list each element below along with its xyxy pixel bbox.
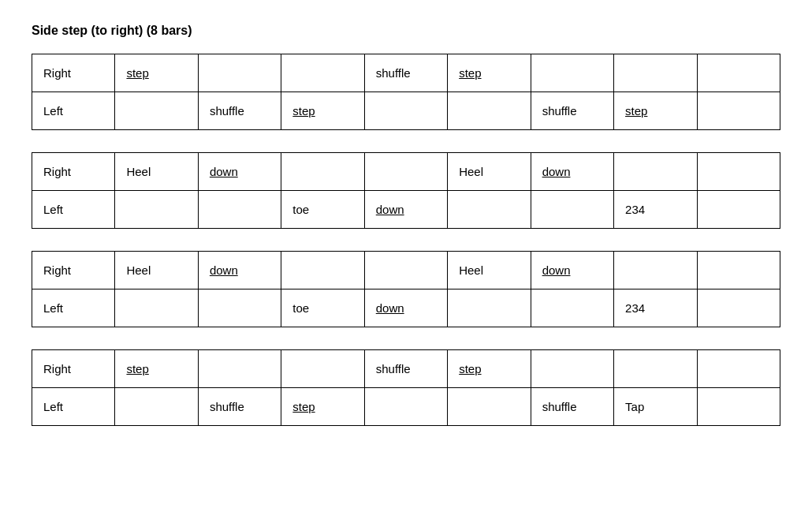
table-cell: toe xyxy=(281,191,364,229)
table-cell xyxy=(697,191,780,229)
table-cell xyxy=(198,191,281,229)
table-cell: Right xyxy=(32,153,115,191)
table-cell: down xyxy=(531,153,613,191)
table-cell xyxy=(531,54,613,92)
table-cell xyxy=(281,153,364,191)
table-row: RightHeeldownHeeldown xyxy=(32,153,780,191)
table-row: Rightstepshufflestep xyxy=(32,350,780,388)
table-cell: 234 xyxy=(614,289,697,327)
table-cell xyxy=(448,191,531,229)
section-1: RightHeeldownHeeldownLefttoedown234 xyxy=(32,152,780,229)
table-cell: down xyxy=(198,252,281,289)
table-cell xyxy=(198,289,281,327)
table-cell: shuffle xyxy=(198,388,281,426)
table-cell xyxy=(115,191,198,229)
table-cell xyxy=(448,289,531,327)
table-cell: down xyxy=(198,153,281,191)
table-cell xyxy=(281,350,364,388)
table-cell: down xyxy=(364,289,447,327)
table-cell: toe xyxy=(281,289,364,327)
table-row: Lefttoedown234 xyxy=(32,191,780,229)
table-cell: Left xyxy=(32,388,115,426)
table-cell: Left xyxy=(32,289,115,327)
table-cell xyxy=(448,388,531,426)
table-cell: Heel xyxy=(115,252,198,289)
table-row: Leftshufflestepshufflestep xyxy=(32,92,780,130)
table-cell xyxy=(614,350,697,388)
table-cell xyxy=(697,153,780,191)
table-cell xyxy=(697,350,780,388)
table-cell xyxy=(198,350,281,388)
table-cell: shuffle xyxy=(531,388,613,426)
table-cell xyxy=(115,388,198,426)
table-cell xyxy=(697,92,780,130)
table-cell: shuffle xyxy=(364,54,447,92)
table-cell: down xyxy=(364,191,447,229)
table-row: Lefttoedown234 xyxy=(32,289,780,327)
table-2: RightHeeldownHeeldownLefttoedown234 xyxy=(32,251,780,327)
table-cell xyxy=(448,92,531,130)
table-cell xyxy=(697,289,780,327)
table-cell: step xyxy=(115,350,198,388)
table-cell: Heel xyxy=(448,252,531,289)
table-cell: step xyxy=(281,92,364,130)
table-cell xyxy=(531,350,613,388)
table-cell: Right xyxy=(32,252,115,289)
table-cell xyxy=(697,388,780,426)
table-cell xyxy=(697,252,780,289)
table-row: LeftshufflestepshuffleTap xyxy=(32,388,780,426)
table-cell: shuffle xyxy=(364,350,447,388)
table-0: RightstepshufflestepLeftshufflestepshuff… xyxy=(32,54,780,130)
table-cell xyxy=(115,92,198,130)
table-cell: Heel xyxy=(115,153,198,191)
table-cell: step xyxy=(614,92,697,130)
table-cell xyxy=(697,54,780,92)
table-cell xyxy=(364,252,447,289)
table-cell xyxy=(115,289,198,327)
table-cell: Heel xyxy=(448,153,531,191)
section-2: RightHeeldownHeeldownLefttoedown234 xyxy=(32,251,780,327)
table-cell xyxy=(281,54,364,92)
table-1: RightHeeldownHeeldownLefttoedown234 xyxy=(32,152,780,229)
table-cell xyxy=(614,252,697,289)
table-cell xyxy=(364,92,447,130)
table-cell: Left xyxy=(32,92,115,130)
table-cell xyxy=(364,153,447,191)
table-cell: Left xyxy=(32,191,115,229)
table-row: RightHeeldownHeeldown xyxy=(32,252,780,289)
table-cell: 234 xyxy=(614,191,697,229)
table-3: RightstepshufflestepLeftshufflestepshuff… xyxy=(32,349,780,426)
table-cell: step xyxy=(115,54,198,92)
table-cell: Right xyxy=(32,54,115,92)
table-row: Rightstepshufflestep xyxy=(32,54,780,92)
table-cell xyxy=(281,252,364,289)
table-cell: shuffle xyxy=(531,92,613,130)
section-0: RightstepshufflestepLeftshufflestepshuff… xyxy=(32,54,780,130)
table-cell xyxy=(198,54,281,92)
table-cell: Right xyxy=(32,350,115,388)
table-cell xyxy=(364,388,447,426)
table-cell xyxy=(614,54,697,92)
table-cell: Tap xyxy=(614,388,697,426)
table-cell: step xyxy=(448,54,531,92)
section-3: RightstepshufflestepLeftshufflestepshuff… xyxy=(32,349,780,426)
table-cell: shuffle xyxy=(198,92,281,130)
table-cell: down xyxy=(531,252,613,289)
table-cell xyxy=(614,153,697,191)
table-cell xyxy=(531,191,613,229)
table-cell: step xyxy=(448,350,531,388)
table-cell: step xyxy=(281,388,364,426)
table-cell xyxy=(531,289,613,327)
page-title: Side step (to right) (8 bars) xyxy=(32,24,780,38)
